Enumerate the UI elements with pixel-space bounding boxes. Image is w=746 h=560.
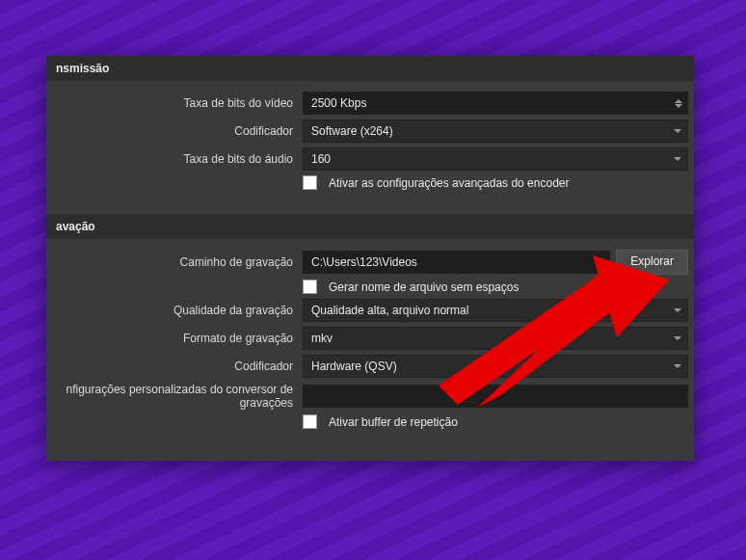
- chevron-down-icon: [675, 104, 682, 108]
- value-stream-encoder: Software (x264): [311, 124, 393, 138]
- row-audio-bitrate: Taxa de bits do áudio 160: [52, 147, 688, 171]
- label-audio-bitrate: Taxa de bits do áudio: [52, 152, 303, 166]
- chevron-down-icon: [674, 308, 681, 312]
- label-video-bitrate: Taxa de bits do vídeo: [52, 96, 303, 110]
- spinner-video-bitrate[interactable]: [672, 93, 685, 113]
- select-stream-encoder[interactable]: Software (x264): [303, 120, 688, 143]
- chevron-down-icon: [674, 336, 681, 340]
- row-replay: Ativar buffer de repetição: [52, 414, 688, 429]
- value-format: mkv: [311, 332, 333, 345]
- select-audio-bitrate[interactable]: 160: [303, 147, 688, 171]
- section-title-streaming: nsmissão: [56, 62, 109, 75]
- label-advanced-encoder: Ativar as configurações avançadas do enc…: [329, 176, 570, 190]
- label-stream-encoder: Codificador: [52, 124, 303, 138]
- label-muxer: nfigurações personalizadas do conversor …: [52, 383, 303, 410]
- label-format: Formato de gravação: [52, 332, 303, 345]
- section-header-recording: avação: [46, 214, 694, 239]
- section-header-streaming: nsmissão: [46, 56, 694, 81]
- section-title-recording: avação: [56, 220, 95, 233]
- input-video-bitrate[interactable]: 2500 Kbps: [303, 92, 688, 115]
- section-body-streaming: Taxa de bits do vídeo 2500 Kbps Codifica…: [46, 81, 694, 208]
- row-advanced-check: Ativar as configurações avançadas do enc…: [52, 175, 688, 190]
- value-video-bitrate: 2500 Kbps: [311, 96, 366, 110]
- row-stream-encoder: Codificador Software (x264): [52, 120, 688, 143]
- chevron-down-icon: [674, 129, 681, 133]
- chevron-up-icon: [675, 99, 682, 103]
- chevron-down-icon: [674, 157, 681, 161]
- svg-marker-2: [439, 280, 612, 405]
- checkbox-advanced-encoder[interactable]: [303, 175, 317, 190]
- chevron-down-icon: [674, 364, 681, 368]
- label-record-path: Caminho de gravação: [52, 255, 303, 269]
- label-replay-buffer: Ativar buffer de repetição: [329, 415, 458, 429]
- checkbox-replay-buffer[interactable]: [303, 414, 317, 429]
- value-audio-bitrate: 160: [311, 152, 331, 166]
- label-quality: Qualidade da gravação: [52, 304, 303, 317]
- annotation-arrow-icon: [424, 246, 675, 410]
- checkbox-no-space[interactable]: [303, 280, 317, 294]
- value-record-path: C:\Users\123\Videos: [311, 255, 417, 269]
- row-video-bitrate: Taxa de bits do vídeo 2500 Kbps: [52, 92, 688, 115]
- label-rec-encoder: Codificador: [52, 360, 303, 373]
- value-rec-encoder: Hardware (QSV): [311, 360, 397, 373]
